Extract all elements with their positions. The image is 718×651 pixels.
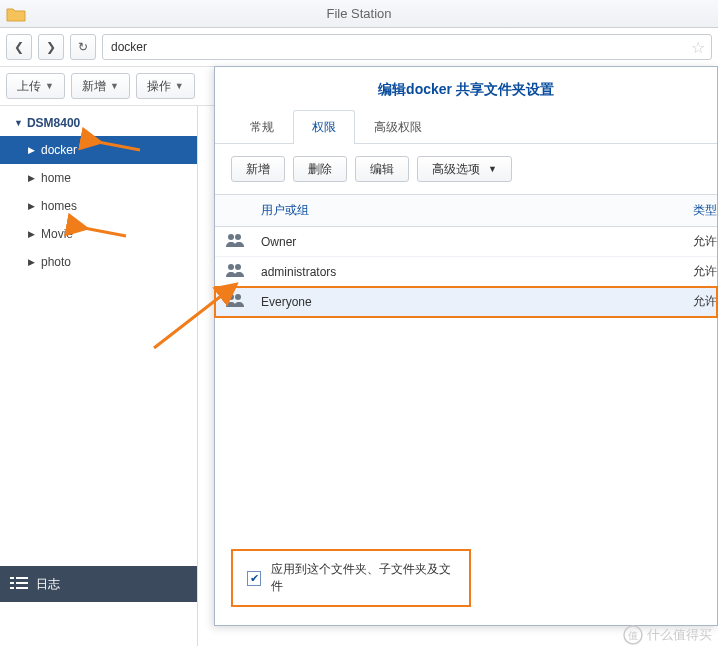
permissions-table: 用户或组 类型 Owner 允许 administrators 允许 Every… xyxy=(215,194,717,317)
edit-button[interactable]: 编辑 xyxy=(355,156,409,182)
col-user[interactable]: 用户或组 xyxy=(251,195,683,226)
table-row[interactable]: administrators 允许 xyxy=(215,257,717,287)
svg-point-8 xyxy=(228,264,234,270)
table-header: 用户或组 类型 xyxy=(215,195,717,227)
triangle-right-icon: ▶ xyxy=(28,173,35,183)
sidebar-item-docker[interactable]: ▶docker xyxy=(0,136,197,164)
sidebar: ▼ DSM8400 ▶docker ▶home ▶homes ▶Movie ▶p… xyxy=(0,106,198,646)
back-button[interactable]: ❮ xyxy=(6,34,32,60)
path-input[interactable]: docker ☆ xyxy=(102,34,712,60)
tab-permissions[interactable]: 权限 xyxy=(293,110,355,144)
apply-to-subfolders[interactable]: ✔ 应用到这个文件夹、子文件夹及文件 xyxy=(231,549,471,607)
chevron-down-icon: ▼ xyxy=(175,81,184,91)
sidebar-item-photo[interactable]: ▶photo xyxy=(0,248,197,276)
nav-row: ❮ ❯ ↻ docker ☆ xyxy=(0,28,718,67)
tab-advanced[interactable]: 高级权限 xyxy=(355,110,441,144)
svg-point-9 xyxy=(235,264,241,270)
list-icon xyxy=(10,576,28,593)
svg-rect-1 xyxy=(16,577,28,579)
sidebar-item-homes[interactable]: ▶homes xyxy=(0,192,197,220)
svg-point-11 xyxy=(235,294,241,300)
adv-options-button[interactable]: 高级选项▼ xyxy=(417,156,512,182)
action-button[interactable]: 操作▼ xyxy=(136,73,195,99)
chevron-down-icon: ▼ xyxy=(488,164,497,174)
logs-button[interactable]: 日志 xyxy=(0,566,197,602)
svg-rect-3 xyxy=(16,582,28,584)
svg-text:值: 值 xyxy=(628,630,638,641)
watermark: 值 什么值得买 xyxy=(623,625,712,645)
window-title: File Station xyxy=(326,6,391,21)
triangle-right-icon: ▶ xyxy=(28,229,35,239)
triangle-down-icon: ▼ xyxy=(14,118,23,128)
sidebar-item-movie[interactable]: ▶Movie xyxy=(0,220,197,248)
svg-rect-4 xyxy=(10,587,14,589)
checkbox-checked-icon[interactable]: ✔ xyxy=(247,571,261,586)
sidebar-item-home[interactable]: ▶home xyxy=(0,164,197,192)
triangle-right-icon: ▶ xyxy=(28,201,35,211)
chevron-down-icon: ▼ xyxy=(45,81,54,91)
chevron-down-icon: ▼ xyxy=(110,81,119,91)
tree-root[interactable]: ▼ DSM8400 xyxy=(0,110,197,136)
upload-button[interactable]: 上传▼ xyxy=(6,73,65,99)
path-value: docker xyxy=(111,40,147,54)
dialog-tabs: 常规 权限 高级权限 xyxy=(215,109,717,144)
svg-point-10 xyxy=(228,294,234,300)
window-titlebar: File Station xyxy=(0,0,718,28)
tab-general[interactable]: 常规 xyxy=(231,110,293,144)
triangle-right-icon: ▶ xyxy=(28,257,35,267)
star-icon[interactable]: ☆ xyxy=(691,38,705,57)
users-icon xyxy=(215,227,251,256)
folder-icon xyxy=(6,4,26,20)
table-row[interactable]: Owner 允许 xyxy=(215,227,717,257)
permissions-dialog: 编辑docker 共享文件夹设置 常规 权限 高级权限 新增 删除 编辑 高级选… xyxy=(214,66,718,626)
users-icon xyxy=(215,257,251,286)
triangle-right-icon: ▶ xyxy=(28,145,35,155)
refresh-button[interactable]: ↻ xyxy=(70,34,96,60)
dialog-toolbar: 新增 删除 编辑 高级选项▼ xyxy=(215,144,717,194)
forward-button[interactable]: ❯ xyxy=(38,34,64,60)
svg-point-7 xyxy=(235,234,241,240)
new-button[interactable]: 新增▼ xyxy=(71,73,130,99)
svg-point-6 xyxy=(228,234,234,240)
col-type[interactable]: 类型 xyxy=(683,195,717,226)
svg-rect-2 xyxy=(10,582,14,584)
svg-rect-5 xyxy=(16,587,28,589)
svg-rect-0 xyxy=(10,577,14,579)
delete-button[interactable]: 删除 xyxy=(293,156,347,182)
table-row-everyone[interactable]: Everyone 允许 xyxy=(215,287,717,317)
dialog-title: 编辑docker 共享文件夹设置 xyxy=(215,67,717,109)
add-button[interactable]: 新增 xyxy=(231,156,285,182)
users-icon xyxy=(215,287,251,316)
